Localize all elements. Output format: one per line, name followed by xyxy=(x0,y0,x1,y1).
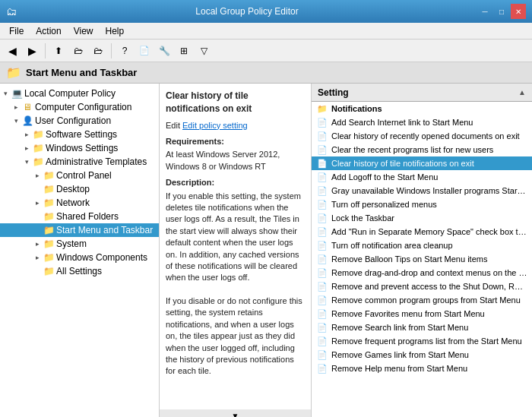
tree-item-system[interactable]: ▸📁System xyxy=(0,237,159,251)
tree-icon-local-computer-policy: 💻 xyxy=(11,88,23,99)
list-panel: Setting ▲ 📁Notifications📄Add Search Inte… xyxy=(312,84,532,417)
list-row-remove-games[interactable]: 📄Remove Games link from Start Menu xyxy=(312,348,532,362)
list-row-remove-favorites[interactable]: 📄Remove Favorites menu from Start Menu xyxy=(312,307,532,321)
back-button[interactable]: ◀ xyxy=(3,42,21,60)
requirements-title: Requirements: xyxy=(166,136,305,147)
tree-label-software-settings: Software Settings xyxy=(46,129,117,140)
description-content: Clear history of tile notifications on e… xyxy=(160,84,311,409)
tree-item-network[interactable]: ▸📁Network xyxy=(0,196,159,210)
row-text-turn-off-personalized: Turn off personalized menus xyxy=(331,200,437,209)
menu-item-help[interactable]: Help xyxy=(100,24,131,38)
row-text-remove-games: Remove Games link from Start Menu xyxy=(331,350,469,359)
folder-btn-1[interactable]: 🗁 xyxy=(69,42,87,60)
list-row-remove-common-program[interactable]: 📄Remove common program groups from Start… xyxy=(312,293,532,307)
tree-toggle-control-panel[interactable]: ▸ xyxy=(32,170,43,181)
description-panel: Clear history of tile notifications on e… xyxy=(160,84,312,417)
tree-item-administrative-templates[interactable]: ▾📁Administrative Templates xyxy=(0,155,159,169)
menu-item-file[interactable]: File xyxy=(3,24,30,38)
tree-toggle-shared-folders xyxy=(32,211,43,222)
tree-item-control-panel[interactable]: ▸📁Control Panel xyxy=(0,169,159,182)
tree-label-administrative-templates: Administrative Templates xyxy=(46,156,147,167)
close-button[interactable]: ✕ xyxy=(511,4,526,19)
list-header-label: Setting xyxy=(318,87,349,98)
toolbar: ◀ ▶ ⬆ 🗁 🗁 ? 📄 🔧 ⊞ ▽ xyxy=(0,39,532,62)
list-row-add-search-internet[interactable]: 📄Add Search Internet link to Start Menu xyxy=(312,115,532,129)
menu-item-action[interactable]: Action xyxy=(30,24,67,38)
row-icon-add-logoff: 📄 xyxy=(316,172,328,182)
tree-item-user-configuration[interactable]: ▾👤User Configuration xyxy=(0,114,159,128)
tree-toggle-network[interactable]: ▸ xyxy=(32,197,43,208)
list-row-clear-history-recently[interactable]: 📄Clear history of recently opened docume… xyxy=(312,129,532,143)
content-header-bar: 📁 Start Menu and Taskbar xyxy=(0,62,532,84)
list-row-add-logoff[interactable]: 📄Add Logoff to the Start Menu xyxy=(312,170,532,184)
list-row-lock-taskbar[interactable]: 📄Lock the Taskbar xyxy=(312,211,532,225)
tree-label-windows-components: Windows Components xyxy=(56,252,147,263)
list-row-turn-off-notification[interactable]: 📄Turn off notification area cleanup xyxy=(312,239,532,252)
menu-item-view[interactable]: View xyxy=(68,24,100,38)
row-text-remove-favorites: Remove Favorites menu from Start Menu xyxy=(331,309,485,318)
list-row-gray-unavailable[interactable]: 📄Gray unavailable Windows Installer prog… xyxy=(312,184,532,197)
tree-toggle-windows-components[interactable]: ▸ xyxy=(32,252,43,263)
folder-btn-2[interactable]: 🗁 xyxy=(89,42,107,60)
row-text-clear-history-recently: Clear history of recently opened documen… xyxy=(331,131,520,141)
tree-item-all-settings[interactable]: 📁All Settings xyxy=(0,264,159,278)
tree-item-shared-folders[interactable]: 📁Shared Folders xyxy=(0,210,159,223)
list-row-add-run-separate[interactable]: 📄Add "Run in Separate Memory Space" chec… xyxy=(312,225,532,239)
tree-item-windows-settings[interactable]: ▸📁Windows Settings xyxy=(0,141,159,155)
row-icon-gray-unavailable: 📄 xyxy=(316,185,328,196)
forward-button[interactable]: ▶ xyxy=(23,42,41,60)
list-body: 📁Notifications📄Add Search Internet link … xyxy=(312,102,532,417)
row-text-gray-unavailable: Gray unavailable Windows Installer progr… xyxy=(331,186,527,195)
edit-policy-link[interactable]: Edit policy setting xyxy=(182,121,248,130)
settings-btn[interactable]: 🔧 xyxy=(155,42,173,60)
policy-title: Clear history of tile notifications on e… xyxy=(166,90,305,115)
up-button[interactable]: ⬆ xyxy=(49,42,68,60)
row-icon-add-run-separate: 📄 xyxy=(316,226,328,237)
tree-label-network: Network xyxy=(56,197,90,208)
tree-item-windows-components[interactable]: ▸📁Windows Components xyxy=(0,251,159,264)
tree-label-system: System xyxy=(56,239,87,249)
row-text-remove-common-program: Remove common program groups from Start … xyxy=(331,295,521,305)
list-row-remove-frequent[interactable]: 📄Remove frequent programs list from the … xyxy=(312,334,532,348)
tree-toggle-computer-configuration[interactable]: ▸ xyxy=(11,102,21,112)
tree-item-software-settings[interactable]: ▸📁Software Settings xyxy=(0,128,159,141)
list-row-remove-help[interactable]: 📄Remove Help menu from Start Menu xyxy=(312,362,532,375)
tree-toggle-desktop xyxy=(32,184,43,194)
tree-item-start-menu-taskbar[interactable]: 📁Start Menu and Taskbar xyxy=(0,223,159,237)
tree-toggle-system[interactable]: ▸ xyxy=(32,239,43,249)
tree-toggle-local-computer-policy[interactable]: ▾ xyxy=(0,88,11,99)
row-icon-clear-history-recently: 📄 xyxy=(316,131,328,141)
list-row-remove-prevent-access[interactable]: 📄Remove and prevent access to the Shut D… xyxy=(312,280,532,293)
row-icon-remove-prevent-access: 📄 xyxy=(316,281,328,292)
tree-label-windows-settings: Windows Settings xyxy=(46,143,118,153)
tree-label-local-computer-policy: Local Computer Policy xyxy=(24,88,116,99)
tree-icon-start-menu-taskbar: 📁 xyxy=(43,225,55,235)
help-btn[interactable]: ? xyxy=(116,42,134,60)
scroll-down-btn[interactable]: ▼ xyxy=(160,409,311,417)
row-text-remove-drag-drop: Remove drag-and-drop and context menus o… xyxy=(331,268,527,277)
maximize-button[interactable]: □ xyxy=(494,4,509,19)
edit-prefix: Edit xyxy=(166,121,182,130)
tree-toggle-windows-settings[interactable]: ▸ xyxy=(21,143,32,153)
tree-icon-system: 📁 xyxy=(43,239,55,249)
row-text-notifications-header: Notifications xyxy=(331,104,382,113)
list-row-remove-search-link[interactable]: 📄Remove Search link from Start Menu xyxy=(312,321,532,334)
tree-toggle-start-menu-taskbar xyxy=(32,225,43,235)
list-row-clear-recent-programs[interactable]: 📄Clear the recent programs list for new … xyxy=(312,143,532,156)
list-row-remove-drag-drop[interactable]: 📄Remove drag-and-drop and context menus … xyxy=(312,266,532,280)
list-row-turn-off-personalized[interactable]: 📄Turn off personalized menus xyxy=(312,197,532,211)
row-text-lock-taskbar: Lock the Taskbar xyxy=(331,213,394,223)
grid-btn[interactable]: ⊞ xyxy=(175,42,193,60)
list-row-remove-balloon-tips[interactable]: 📄Remove Balloon Tips on Start Menu items xyxy=(312,252,532,266)
tree-toggle-administrative-templates[interactable]: ▾ xyxy=(21,156,32,167)
tree-item-desktop[interactable]: 📁Desktop xyxy=(0,182,159,196)
tree-item-computer-configuration[interactable]: ▸🖥Computer Configuration xyxy=(0,100,159,114)
filter-btn[interactable]: ▽ xyxy=(195,42,213,60)
tree-toggle-software-settings[interactable]: ▸ xyxy=(21,129,32,140)
minimize-button[interactable]: ─ xyxy=(477,4,492,19)
window-controls: ─ □ ✕ xyxy=(477,4,526,19)
list-row-clear-history-tile[interactable]: 📄Clear history of tile notifications on … xyxy=(312,156,532,170)
tree-toggle-user-configuration[interactable]: ▾ xyxy=(11,115,21,126)
doc-btn[interactable]: 📄 xyxy=(135,42,154,60)
tree-item-local-computer-policy[interactable]: ▾💻Local Computer Policy xyxy=(0,87,159,100)
